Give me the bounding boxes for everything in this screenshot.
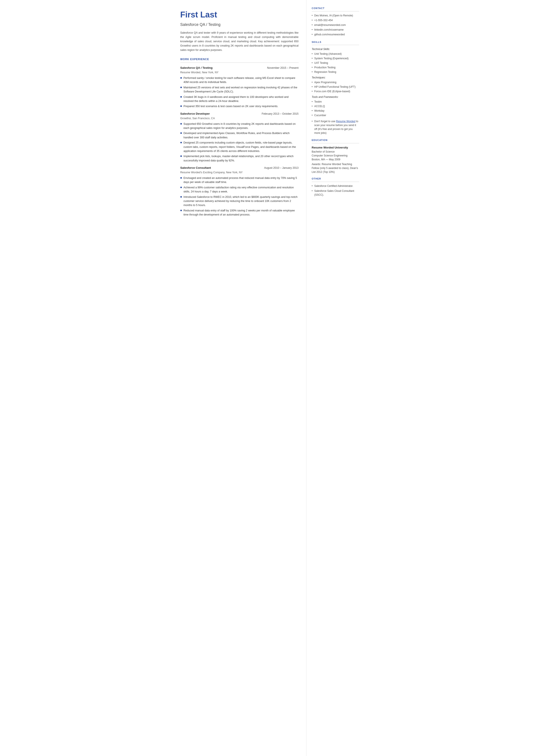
bullet-icon xyxy=(180,123,182,125)
right-column: CONTACT Des Moines, IA (Open to Remote) … xyxy=(306,0,365,756)
list-item: Maintained 25 versions of test sets and … xyxy=(180,86,299,94)
job-3-header: Salesforce Consultant August 2010 – Janu… xyxy=(180,166,299,170)
edu-field: Computer Science Engineering xyxy=(312,154,359,157)
skills-label: SKILLS xyxy=(312,40,359,44)
job-1-header: Salesforce QA / Testing November 2015 – … xyxy=(180,66,299,70)
job-1-dates: November 2015 – Present xyxy=(267,66,299,70)
list-item: email@resumeworded.com xyxy=(312,23,359,27)
promo-text: Don't forget to use Resume Worded to sca… xyxy=(312,119,359,135)
promo-link[interactable]: Resume Worded xyxy=(336,120,355,123)
list-item: System Testing (Experienced) xyxy=(312,56,359,60)
job-2-title: Salesforce Developer xyxy=(180,112,210,116)
job-3-dates: August 2010 – January 2013 xyxy=(264,166,299,170)
edu-degree: Bachelor of Science xyxy=(312,150,359,154)
job-3: Salesforce Consultant August 2010 – Janu… xyxy=(180,166,299,217)
job-3-company: Resume Worded's Exciting Company, New Yo… xyxy=(180,170,299,175)
contact-divider xyxy=(312,11,359,12)
list-item: UAT Testing xyxy=(312,61,359,65)
resume-page: First Last Salesforce QA / Testing Sales… xyxy=(171,0,365,756)
promo-pre: Don't forget to use xyxy=(314,120,336,123)
list-item: Workday xyxy=(312,109,359,113)
techniques-label: Techniques: xyxy=(312,76,359,79)
work-experience-label: WORK EXPERIENCE xyxy=(180,57,299,61)
list-item: Developed and implemented Apex Classes, … xyxy=(180,131,299,140)
list-item: Apex Programming xyxy=(312,80,359,84)
list-item: Production Testing xyxy=(312,66,359,70)
contact-list: Des Moines, IA (Open to Remote) +1-555-3… xyxy=(312,14,359,37)
list-item: Cucumber xyxy=(312,113,359,117)
list-item: linkedin.com/in/username xyxy=(312,28,359,32)
job-1-company: Resume Worded, New York, NY xyxy=(180,70,299,74)
list-item: github.com/resumeworded xyxy=(312,33,359,37)
list-item: HP Unified Functional Testing (UFT) xyxy=(312,85,359,89)
other-list: Salesforce Certified Administrator. Sale… xyxy=(312,184,359,197)
list-item: Envisaged and created an automated proce… xyxy=(180,176,299,184)
education-section: EDUCATION Resume Worded University Bache… xyxy=(312,138,359,174)
job-1-bullets: Performed sanity / smoke testing for eac… xyxy=(180,76,299,109)
job-2-header: Salesforce Developer February 2013 – Oct… xyxy=(180,112,299,116)
job-1: Salesforce QA / Testing November 2015 – … xyxy=(180,66,299,109)
skills-divider xyxy=(312,45,359,45)
job-2-dates: February 2013 – October 2015 xyxy=(262,112,299,116)
list-item: Created 3K bugs in 4 sandboxes and assig… xyxy=(180,95,299,103)
candidate-summary: Salesforce QA and tester with 9 years of… xyxy=(180,31,299,52)
skills-section: SKILLS Technical Skills: Unit Testing (A… xyxy=(312,40,359,135)
technical-skills-label: Technical Skills: xyxy=(312,47,359,51)
work-experience-section: WORK EXPERIENCE Salesforce QA / Testing … xyxy=(180,57,299,217)
list-item: ACCELQ xyxy=(312,104,359,108)
list-item: Reduced manual data entry of staff by 10… xyxy=(180,209,299,217)
list-item: Force.com IDE (Eclipse-based) xyxy=(312,90,359,93)
list-item: Unit Testing (Advanced) xyxy=(312,52,359,56)
header-section: First Last Salesforce QA / Testing Sales… xyxy=(180,9,299,52)
tools-label: Tools and Frameworks: xyxy=(312,95,359,99)
education-label: EDUCATION xyxy=(312,138,359,142)
bullet-icon xyxy=(180,132,182,134)
left-column: First Last Salesforce QA / Testing Sales… xyxy=(171,0,306,756)
list-item: Designed 25 components including custom … xyxy=(180,141,299,153)
candidate-name: First Last xyxy=(180,9,299,21)
list-item: Introduced Salesforce to RWEC in 2010, w… xyxy=(180,195,299,208)
other-label: OTHER xyxy=(312,177,359,181)
list-item: +1-555-332-454 xyxy=(312,18,359,22)
bullet-icon xyxy=(180,187,182,188)
edu-awards: Awards: Resume Worded Teaching Fellow (o… xyxy=(312,162,359,174)
job-3-bullets: Envisaged and created an automated proce… xyxy=(180,176,299,217)
bullet-icon xyxy=(180,142,182,143)
candidate-title: Salesforce QA / Testing xyxy=(180,22,299,28)
list-item: Salesforce Certified Administrator. xyxy=(312,184,359,188)
list-item: Des Moines, IA (Open to Remote) xyxy=(312,14,359,17)
bullet-icon xyxy=(180,210,182,211)
list-item: Prepared 350 test scenarios & test cases… xyxy=(180,104,299,108)
bullet-icon xyxy=(180,177,182,179)
bullet-icon xyxy=(180,77,182,79)
tools-list: Testim ACCELQ Workday Cucumber xyxy=(312,100,359,117)
technical-skills-list: Unit Testing (Advanced) System Testing (… xyxy=(312,52,359,74)
list-item: Implemented pick lists, lookups, master-… xyxy=(180,154,299,163)
list-item: Achieved a 99% customer satisfaction rat… xyxy=(180,185,299,194)
edu-school: Resume Worded University xyxy=(312,146,359,150)
job-2-bullets: Supported 650 Growthsi users in 8 countr… xyxy=(180,122,299,163)
bullet-icon xyxy=(180,196,182,198)
contact-section: CONTACT Des Moines, IA (Open to Remote) … xyxy=(312,7,359,37)
job-2-company: Growthsi, San Francisco, CA xyxy=(180,116,299,121)
bullet-icon xyxy=(180,105,182,107)
education-divider xyxy=(312,143,359,143)
job-3-title: Salesforce Consultant xyxy=(180,166,211,170)
techniques-list: Apex Programming HP Unified Functional T… xyxy=(312,80,359,93)
other-section: OTHER Salesforce Certified Administrator… xyxy=(312,177,359,197)
job-1-title: Salesforce QA / Testing xyxy=(180,66,213,70)
edu-date: Boston, MA — May 2009 xyxy=(312,157,359,161)
list-item: Testim xyxy=(312,100,359,104)
bullet-icon xyxy=(180,87,182,88)
contact-label: CONTACT xyxy=(312,7,359,10)
list-item: Supported 650 Growthsi users in 8 countr… xyxy=(180,122,299,130)
bullet-icon xyxy=(180,155,182,157)
bullet-icon xyxy=(180,96,182,98)
list-item: Performed sanity / smoke testing for eac… xyxy=(180,76,299,84)
job-2: Salesforce Developer February 2013 – Oct… xyxy=(180,112,299,163)
list-item: Regression Testing xyxy=(312,70,359,74)
list-item: Salesforce Sales Cloud Consultant (SSCC)… xyxy=(312,189,359,197)
